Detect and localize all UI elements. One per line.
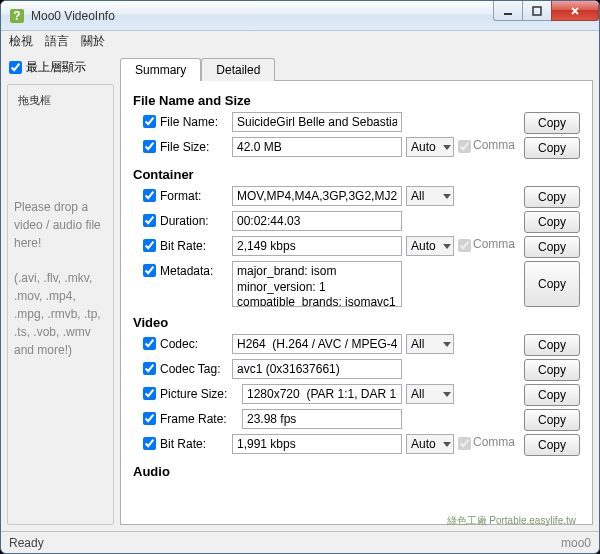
copy-codec-button[interactable]: Copy: [524, 334, 580, 356]
input-frame-rate[interactable]: [242, 409, 402, 429]
row-video-bitrate: Bit Rate: Auto Comma Copy: [143, 434, 580, 456]
menu-about[interactable]: 關於: [81, 33, 105, 50]
check-duration[interactable]: [143, 214, 156, 227]
label-file-name: File Name:: [160, 112, 228, 129]
input-metadata[interactable]: major_brand: isom minor_version: 1 compa…: [232, 261, 402, 307]
copy-format-button[interactable]: Copy: [524, 186, 580, 208]
window-title: Moo0 VideoInfo: [31, 9, 494, 23]
copy-video-bitrate-button[interactable]: Copy: [524, 434, 580, 456]
row-duration: Duration: Copy: [143, 211, 580, 233]
check-file-size[interactable]: [143, 140, 156, 153]
menubar: 檢視 語言 關於: [1, 31, 599, 51]
left-sidebar: 最上層顯示 拖曳框 Please drop a video / audio fi…: [7, 57, 114, 525]
label-codec: Codec:: [160, 334, 228, 351]
copy-duration-button[interactable]: Copy: [524, 211, 580, 233]
comma-bitrate[interactable]: Comma: [458, 236, 520, 252]
input-duration[interactable]: [232, 211, 402, 231]
drop-zone-title: 拖曳框: [14, 93, 55, 108]
always-on-top-input[interactable]: [9, 61, 22, 74]
menu-view[interactable]: 檢視: [9, 33, 33, 50]
svg-text:?: ?: [13, 9, 20, 23]
label-codec-tag: Codec Tag:: [160, 359, 228, 376]
copy-file-name-button[interactable]: Copy: [524, 112, 580, 134]
tab-detailed[interactable]: Detailed: [201, 58, 275, 81]
minimize-button[interactable]: [493, 1, 523, 21]
select-file-size-unit[interactable]: Auto: [406, 137, 454, 157]
section-audio: Audio: [133, 464, 580, 479]
check-metadata[interactable]: [143, 264, 156, 277]
check-frame-rate[interactable]: [143, 412, 156, 425]
svg-rect-2: [504, 13, 512, 15]
section-file: File Name and Size: [133, 93, 580, 108]
comma-file-size[interactable]: Comma: [458, 137, 520, 153]
select-codec[interactable]: All: [406, 334, 454, 354]
copy-metadata-button[interactable]: Copy: [524, 261, 580, 307]
check-bitrate[interactable]: [143, 239, 156, 252]
input-file-name[interactable]: [232, 112, 402, 132]
drop-zone[interactable]: 拖曳框 Please drop a video / audio file her…: [7, 84, 114, 525]
label-picture-size: Picture Size:: [160, 384, 238, 401]
menu-language[interactable]: 語言: [45, 33, 69, 50]
tab-panel-summary: File Name and Size File Name: Copy File …: [120, 80, 593, 525]
close-button[interactable]: [551, 1, 599, 21]
status-left: Ready: [9, 536, 44, 550]
statusbar: Ready moo0: [1, 531, 599, 553]
tab-summary[interactable]: Summary: [120, 58, 201, 81]
section-container: Container: [133, 167, 580, 182]
svg-rect-3: [533, 7, 541, 15]
label-metadata: Metadata:: [160, 261, 228, 278]
label-duration: Duration:: [160, 211, 228, 228]
row-file-size: File Size: Auto Comma Copy: [143, 137, 580, 159]
row-codec: Codec: All Copy: [143, 334, 580, 356]
row-format: Format: All Copy: [143, 186, 580, 208]
check-picture-size[interactable]: [143, 387, 156, 400]
copy-file-size-button[interactable]: Copy: [524, 137, 580, 159]
row-codec-tag: Codec Tag: Copy: [143, 359, 580, 381]
check-file-name[interactable]: [143, 115, 156, 128]
copy-codec-tag-button[interactable]: Copy: [524, 359, 580, 381]
input-video-bitrate[interactable]: [232, 434, 402, 454]
titlebar[interactable]: ? Moo0 VideoInfo: [1, 1, 599, 31]
label-video-bitrate: Bit Rate:: [160, 434, 228, 451]
label-bitrate: Bit Rate:: [160, 236, 228, 253]
status-right: moo0: [561, 536, 591, 550]
check-video-bitrate[interactable]: [143, 437, 156, 450]
input-picture-size[interactable]: [242, 384, 402, 404]
always-on-top-label: 最上層顯示: [26, 59, 86, 76]
select-format[interactable]: All: [406, 186, 454, 206]
tab-strip: Summary Detailed: [120, 57, 593, 80]
watermark: 綠色工廠 Portable.easylife.tw: [447, 514, 577, 528]
label-file-size: File Size:: [160, 137, 228, 154]
select-picture-size[interactable]: All: [406, 384, 454, 404]
label-frame-rate: Frame Rate:: [160, 409, 238, 426]
row-file-name: File Name: Copy: [143, 112, 580, 134]
drop-hint-text2: (.avi, .flv, .mkv, .mov, .mp4, .mpg, .rm…: [14, 269, 107, 359]
section-video: Video: [133, 315, 580, 330]
input-codec-tag[interactable]: [232, 359, 402, 379]
input-codec[interactable]: [232, 334, 402, 354]
label-format: Format:: [160, 186, 228, 203]
always-on-top-checkbox[interactable]: 最上層顯示: [7, 57, 114, 78]
copy-picture-size-button[interactable]: Copy: [524, 384, 580, 406]
row-metadata: Metadata: major_brand: isom minor_versio…: [143, 261, 580, 307]
copy-bitrate-button[interactable]: Copy: [524, 236, 580, 258]
row-frame-rate: Frame Rate: Copy: [143, 409, 580, 431]
drop-hint: Please drop a video / audio file here! (…: [14, 198, 107, 359]
app-window: ? Moo0 VideoInfo 檢視 語言 關於 最上層顯示 拖曳框 Plea…: [0, 0, 600, 554]
copy-frame-rate-button[interactable]: Copy: [524, 409, 580, 431]
maximize-button[interactable]: [522, 1, 552, 21]
check-format[interactable]: [143, 189, 156, 202]
check-codec-tag[interactable]: [143, 362, 156, 375]
row-picture-size: Picture Size: All Copy: [143, 384, 580, 406]
input-file-size[interactable]: [232, 137, 402, 157]
input-format[interactable]: [232, 186, 402, 206]
app-icon: ?: [9, 8, 25, 24]
comma-video-bitrate[interactable]: Comma: [458, 434, 520, 450]
select-bitrate-unit[interactable]: Auto: [406, 236, 454, 256]
window-controls: [494, 1, 599, 30]
input-bitrate[interactable]: [232, 236, 402, 256]
row-bitrate: Bit Rate: Auto Comma Copy: [143, 236, 580, 258]
select-video-bitrate-unit[interactable]: Auto: [406, 434, 454, 454]
drop-hint-text1: Please drop a video / audio file here!: [14, 198, 107, 252]
check-codec[interactable]: [143, 337, 156, 350]
